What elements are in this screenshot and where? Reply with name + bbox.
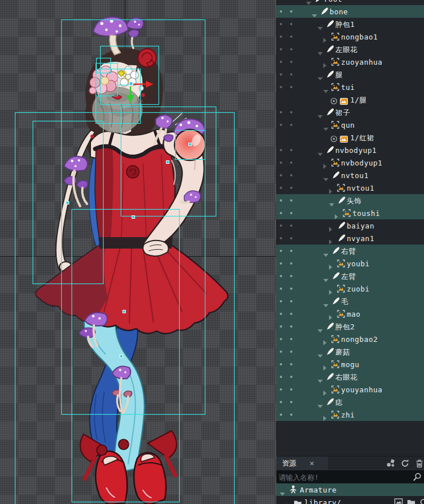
edit-dot[interactable] <box>290 162 292 164</box>
edit-dot[interactable] <box>290 124 292 126</box>
visibility-dot[interactable] <box>280 338 282 340</box>
tree-row[interactable]: mao <box>276 308 424 320</box>
tree-row[interactable]: youbi <box>276 257 424 270</box>
visibility-dot[interactable] <box>280 363 282 365</box>
edit-dot[interactable] <box>290 111 292 113</box>
gizmo-center-handle[interactable] <box>129 82 133 85</box>
visibility-dot[interactable] <box>280 73 282 76</box>
stage-viewport[interactable] <box>0 0 276 504</box>
edit-dot[interactable] <box>290 262 292 265</box>
chevron-right-icon[interactable] <box>287 500 290 504</box>
edit-dot[interactable] <box>290 300 292 302</box>
visibility-dot[interactable] <box>280 36 282 38</box>
tree-row[interactable]: bone <box>276 5 424 18</box>
tree-row[interactable]: qun <box>276 119 424 131</box>
visibility-dot[interactable] <box>280 250 282 252</box>
chevron-right-icon[interactable] <box>323 412 327 423</box>
tree-row[interactable]: 头饰 <box>276 194 424 207</box>
tree-row[interactable]: nvyan1 <box>276 232 424 245</box>
visibility-dot[interactable] <box>280 111 282 113</box>
texture-icon[interactable] <box>394 498 403 504</box>
edit-dot[interactable] <box>290 174 292 176</box>
tree-row[interactable]: mogu <box>276 358 424 371</box>
edit-dot[interactable] <box>290 36 292 38</box>
edit-dot[interactable] <box>290 237 292 239</box>
tree-row[interactable]: nvbodyup1 <box>276 144 424 156</box>
armature-asset-icon[interactable] <box>419 498 424 504</box>
tree-row[interactable]: nvbodyup1 <box>276 156 424 169</box>
resource-item-library[interactable]: library/ <box>276 496 424 504</box>
visibility-dot[interactable] <box>280 275 282 277</box>
edit-dot[interactable] <box>290 325 292 328</box>
edit-dot[interactable] <box>290 10 292 13</box>
tree-row[interactable]: youyanhua <box>276 383 424 396</box>
visibility-dot[interactable] <box>280 48 282 50</box>
tree-row[interactable]: 裙子 <box>276 106 424 119</box>
tree-row[interactable]: 1/红裙 <box>276 131 424 144</box>
tree-row[interactable]: 右眼花 <box>276 371 424 383</box>
refresh-icon[interactable] <box>401 459 410 468</box>
visibility-dot[interactable] <box>280 212 282 214</box>
visibility-dot[interactable] <box>280 351 282 353</box>
visibility-dot[interactable] <box>280 237 282 239</box>
edit-dot[interactable] <box>290 86 292 88</box>
tree-row[interactable]: nongbao1 <box>276 30 424 43</box>
visibility-dot[interactable] <box>280 162 282 164</box>
visibility-dot[interactable] <box>280 401 282 403</box>
visibility-dot[interactable] <box>280 23 282 25</box>
tree-row[interactable]: 肿包2 <box>276 320 424 333</box>
tree-row[interactable]: zuoyanhua <box>276 56 424 68</box>
visibility-dot[interactable] <box>280 376 282 378</box>
visibility-dot[interactable] <box>280 414 282 416</box>
visibility-dot[interactable] <box>280 174 282 176</box>
edit-dot[interactable] <box>290 388 292 391</box>
edit-dot[interactable] <box>290 288 292 290</box>
edit-dot[interactable] <box>290 363 292 365</box>
tree-row[interactable]: zhi <box>276 408 424 421</box>
visibility-dot[interactable] <box>280 313 282 315</box>
search-icon[interactable] <box>413 472 422 484</box>
tree-row[interactable]: toushi <box>276 207 424 219</box>
visibility-dot[interactable] <box>280 262 282 265</box>
bone-hierarchy-tree[interactable]: root bone 肿包1 nongbao1 左眼花 zuoyanhua 腿 t… <box>276 0 424 456</box>
edit-dot[interactable] <box>290 275 292 277</box>
tree-row[interactable]: 1/腿 <box>276 93 424 106</box>
visibility-dot[interactable] <box>280 325 282 328</box>
visibility-dot[interactable] <box>280 388 282 391</box>
visibility-dot[interactable] <box>280 300 282 302</box>
edit-dot[interactable] <box>290 187 292 189</box>
tree-row[interactable]: 肿包1 <box>276 18 424 30</box>
visibility-dot[interactable] <box>280 187 282 189</box>
tree-row[interactable]: zuobi <box>276 282 424 295</box>
tree-row[interactable]: 痣 <box>276 396 424 408</box>
visibility-dot[interactable] <box>280 288 282 290</box>
tree-row[interactable]: 腿 <box>276 68 424 81</box>
tree-row[interactable]: baiyan <box>276 219 424 232</box>
resource-item-armature[interactable]: Armature <box>276 483 424 496</box>
visibility-dot[interactable] <box>280 149 282 151</box>
tab-resources[interactable]: 资源 ✕ <box>276 456 328 470</box>
edit-dot[interactable] <box>290 61 292 63</box>
folder-open-icon[interactable] <box>407 498 416 504</box>
trash-icon[interactable] <box>415 459 424 468</box>
edit-dot[interactable] <box>290 250 292 252</box>
edit-dot[interactable] <box>290 225 292 227</box>
tree-row[interactable]: 右臂 <box>276 245 424 257</box>
tree-row[interactable]: 左臂 <box>276 270 424 282</box>
tree-row[interactable]: root <box>276 0 424 5</box>
visibility-dot[interactable] <box>280 225 282 227</box>
edit-dot[interactable] <box>290 48 292 50</box>
edit-dot[interactable] <box>290 212 292 214</box>
visibility-dot[interactable] <box>280 61 282 63</box>
edit-dot[interactable] <box>290 199 292 202</box>
edit-dot[interactable] <box>290 414 292 416</box>
tree-row[interactable]: tui <box>276 81 424 93</box>
edit-dot[interactable] <box>290 338 292 340</box>
add-asset-icon[interactable] <box>386 459 395 468</box>
tree-row[interactable]: nvtou1 <box>276 169 424 182</box>
search-input[interactable] <box>278 471 406 483</box>
tree-row[interactable]: nvtou1 <box>276 182 424 194</box>
close-icon[interactable]: ✕ <box>310 459 318 467</box>
visibility-dot[interactable] <box>280 10 282 13</box>
tree-row[interactable]: 左眼花 <box>276 43 424 56</box>
